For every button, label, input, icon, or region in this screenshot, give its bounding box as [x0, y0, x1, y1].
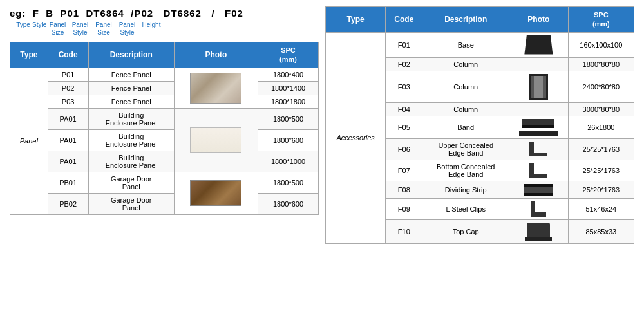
photo-lclip-shape: [531, 201, 546, 217]
right-code-cell: F01: [386, 32, 422, 57]
left-spc-cell: 1800*500: [258, 108, 319, 129]
table-row: PanelP01Fence Panel1800*400: [10, 68, 319, 81]
right-photo-cell: [509, 32, 569, 57]
right-type-cell: Accessories: [326, 32, 386, 243]
left-desc-cell: Building Enclosure Panel: [88, 108, 174, 129]
right-section: Type Code Description Photo SPC(mm) Acce…: [325, 6, 634, 244]
right-spc-cell: 26x1800: [568, 116, 634, 138]
left-spc-cell: 1800*400: [258, 68, 319, 81]
right-code-cell: F05: [386, 116, 422, 138]
right-code-cell: F03: [386, 71, 422, 102]
left-header-spc: SPC(mm): [258, 42, 319, 68]
right-photo-cell: [509, 138, 569, 160]
left-type-cell: Panel: [10, 68, 48, 214]
left-desc-cell: Fence Panel: [88, 81, 174, 95]
right-spc-cell: 2400*80*80: [568, 71, 634, 102]
left-header-code: Code: [48, 42, 88, 68]
right-photo-cell: [509, 198, 569, 219]
right-desc-cell: Base: [422, 32, 509, 57]
photo-edge-shape: [529, 142, 547, 156]
left-code-cell: PA01: [48, 129, 88, 151]
left-table: Type Code Description Photo SPC(mm) Pane…: [10, 42, 319, 215]
right-desc-cell: Column: [422, 71, 509, 102]
right-photo-cell: [509, 71, 569, 102]
right-header-spc: SPC(mm): [568, 7, 634, 33]
right-code-cell: F08: [386, 181, 422, 198]
photo-strip-shape: [524, 184, 553, 196]
label-height: Height: [138, 21, 164, 29]
right-desc-cell: Column: [422, 102, 509, 116]
table-row: P02Fence Panel1800*1400: [10, 81, 319, 95]
right-desc-cell: Column: [422, 57, 509, 71]
right-spc-cell: 51x46x24: [568, 198, 634, 219]
right-desc-cell: Upper Concealed Edge Band: [422, 138, 509, 160]
left-photo-cell: [174, 172, 258, 214]
left-photo-cell: [174, 108, 258, 172]
right-header-code: Code: [386, 7, 422, 33]
label-type: Type: [14, 21, 32, 29]
left-spc-cell: 1800*600: [258, 129, 319, 151]
right-code-cell: F10: [386, 219, 422, 243]
photo-band-shape: [522, 119, 554, 128]
label-row: Type Style PanelSize PanelStyle PanelSiz…: [11, 21, 325, 37]
left-desc-cell: Building Enclosure Panel: [88, 151, 174, 172]
right-spc-cell: 25*25*1763: [568, 160, 634, 181]
label-style: Style: [32, 21, 46, 29]
left-desc-cell: Fence Panel: [88, 68, 174, 81]
photo-cream: [190, 127, 242, 153]
right-desc-cell: Top Cap: [422, 219, 509, 243]
photo-cap-shape: [527, 223, 550, 237]
right-photo-cell: [509, 102, 569, 116]
table-row: PA01Building Enclosure Panel1800*600: [10, 129, 319, 151]
right-desc-cell: Dividing Strip: [422, 181, 509, 198]
photo-base-shape: [524, 35, 553, 55]
right-spc-cell: 160x100x100: [568, 32, 634, 57]
photo-stone: [190, 73, 242, 104]
left-desc-cell: Building Enclosure Panel: [88, 129, 174, 151]
left-spc-cell: 1800*1800: [258, 95, 319, 108]
right-spc-cell: 1800*80*80: [568, 57, 634, 71]
label-panel-style2: PanelStyle: [116, 21, 138, 37]
table-row: P03Fence Panel1800*1800: [10, 95, 319, 108]
left-header-type: Type: [10, 42, 48, 68]
left-spc-cell: 1800*600: [258, 193, 319, 214]
label-panel-size: PanelSize: [46, 21, 69, 37]
left-code-cell: P03: [48, 95, 88, 108]
label-panel-style: PanelStyle: [69, 21, 91, 37]
table-row: PB02Garage Door Panel1800*600: [10, 193, 319, 214]
left-spc-cell: 1800*1400: [258, 81, 319, 95]
left-desc-cell: Garage Door Panel: [88, 193, 174, 214]
right-header-type: Type: [326, 7, 386, 33]
left-code-cell: PA01: [48, 108, 88, 129]
photo-edge-shape: [529, 163, 547, 178]
right-header-photo: Photo: [509, 7, 569, 33]
right-code-cell: F07: [386, 160, 422, 181]
right-code-cell: F02: [386, 57, 422, 71]
left-code-cell: P02: [48, 81, 88, 95]
photo-col-shape: [529, 74, 548, 100]
left-spc-cell: 1800*500: [258, 172, 319, 193]
label-panel-size2: PanelSize: [91, 21, 116, 37]
table-row: AccessoriesF01Base160x100x100: [326, 32, 634, 57]
right-spc-cell: 85x85x33: [568, 219, 634, 243]
left-spc-cell: 1800*1000: [258, 151, 319, 172]
left-code-cell: P01: [48, 68, 88, 81]
left-photo-cell: [174, 68, 258, 108]
right-spc-cell: 3000*80*80: [568, 102, 634, 116]
left-section: eg: F B P01 DT6864 /P02 DT6862 / F02 Typ…: [10, 6, 325, 215]
table-row: PB01Garage Door Panel1800*500: [10, 172, 319, 193]
right-header-description: Description: [422, 7, 509, 33]
left-code-cell: PB02: [48, 193, 88, 214]
left-code-cell: PB01: [48, 172, 88, 193]
right-code-cell: F06: [386, 138, 422, 160]
fence-code-example: eg: F B P01 DT6864 /P02 DT6862 / F02: [10, 8, 325, 19]
right-photo-cell: [509, 57, 569, 71]
right-desc-cell: Bottom Concealed Edge Band: [422, 160, 509, 181]
right-photo-cell: [509, 181, 569, 198]
photo-wood: [190, 180, 242, 206]
right-spc-cell: 25*20*1763: [568, 181, 634, 198]
left-desc-cell: Garage Door Panel: [88, 172, 174, 193]
right-spc-cell: 25*25*1763: [568, 138, 634, 160]
right-table: Type Code Description Photo SPC(mm) Acce…: [325, 6, 634, 244]
right-code-cell: F04: [386, 102, 422, 116]
